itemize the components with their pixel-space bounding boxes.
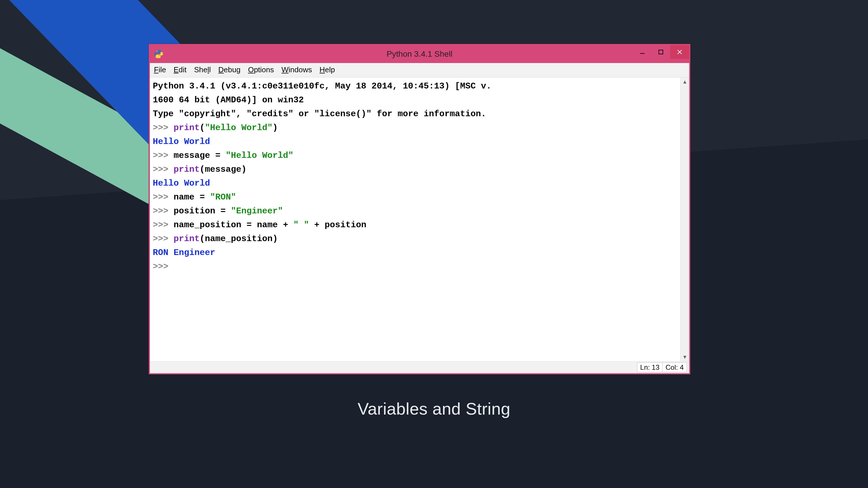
minimize-button[interactable] xyxy=(633,45,652,59)
shell-token: + position xyxy=(309,220,366,230)
svg-point-0 xyxy=(157,51,158,52)
close-button[interactable] xyxy=(670,45,689,59)
python-app-icon xyxy=(154,50,163,59)
shell-prompt: >>> xyxy=(153,192,174,202)
shell-token: "RON" xyxy=(210,192,236,202)
shell-editor[interactable]: Python 3.4.1 (v3.4.1:c0e311e010fc, May 1… xyxy=(150,77,680,361)
window-titlebar[interactable]: Python 3.4.1 Shell xyxy=(150,45,689,63)
shell-token: (name_position) xyxy=(199,234,278,244)
svg-rect-3 xyxy=(659,50,663,54)
menu-help[interactable]: Help xyxy=(319,65,335,74)
svg-rect-2 xyxy=(640,53,645,54)
shell-token: message = xyxy=(174,151,226,160)
status-column: Col: 4 xyxy=(662,362,687,372)
shell-line: 1600 64 bit (AMD64)] on win32 xyxy=(153,95,304,105)
shell-token: "Hello World" xyxy=(226,151,293,160)
maximize-button[interactable] xyxy=(652,45,670,59)
scroll-down-icon[interactable]: ▼ xyxy=(681,353,689,361)
shell-token: ) xyxy=(273,123,278,133)
shell-prompt: >>> xyxy=(153,151,174,160)
svg-point-1 xyxy=(160,57,161,58)
shell-prompt: >>> xyxy=(153,123,174,133)
status-line: Ln: 13 xyxy=(637,362,663,372)
vertical-scrollbar[interactable]: ▲ ▼ xyxy=(680,77,689,361)
scroll-up-icon[interactable]: ▲ xyxy=(681,77,689,86)
shell-prompt: >>> xyxy=(153,220,174,230)
menu-file[interactable]: File xyxy=(154,65,166,74)
shell-token: print xyxy=(174,234,199,244)
window-title: Python 3.4.1 Shell xyxy=(150,50,689,59)
shell-token: " " xyxy=(293,220,309,230)
slide: Python 3.4.1 Shell File Edit Shell Debug… xyxy=(0,0,868,488)
shell-prompt: >>> xyxy=(153,262,174,271)
shell-output: RON Engineer xyxy=(153,248,215,258)
shell-token: "Hello World" xyxy=(205,123,273,133)
shell-output: Hello World xyxy=(153,137,210,147)
menubar: File Edit Shell Debug Options Windows He… xyxy=(150,63,689,77)
shell-token: print xyxy=(174,164,199,174)
shell-token: name_position = name + xyxy=(174,220,293,230)
menu-debug[interactable]: Debug xyxy=(218,65,241,74)
shell-prompt: >>> xyxy=(153,206,174,216)
statusbar: Ln: 13 Col: 4 xyxy=(150,361,689,373)
window-client-area: Python 3.4.1 (v3.4.1:c0e311e010fc, May 1… xyxy=(150,77,689,361)
menu-options[interactable]: Options xyxy=(248,65,274,74)
python-shell-window: Python 3.4.1 Shell File Edit Shell Debug… xyxy=(149,44,690,375)
shell-token: position = xyxy=(174,206,231,216)
window-system-buttons xyxy=(633,45,689,59)
shell-token: print xyxy=(174,123,199,133)
slide-caption: Variables and String xyxy=(0,399,868,418)
shell-token: ( xyxy=(199,123,205,133)
shell-token: (message) xyxy=(199,164,247,174)
menu-windows[interactable]: Windows xyxy=(281,65,312,74)
shell-line: Type "copyright", "credits" or "license(… xyxy=(153,109,486,119)
shell-line: Python 3.4.1 (v3.4.1:c0e311e010fc, May 1… xyxy=(153,81,491,91)
shell-prompt: >>> xyxy=(153,164,174,174)
menu-edit[interactable]: Edit xyxy=(174,65,187,74)
shell-token: "Engineer" xyxy=(231,206,283,216)
shell-output: Hello World xyxy=(153,178,210,188)
menu-shell[interactable]: Shell xyxy=(194,65,211,74)
shell-prompt: >>> xyxy=(153,234,174,244)
shell-token: name = xyxy=(174,192,210,202)
